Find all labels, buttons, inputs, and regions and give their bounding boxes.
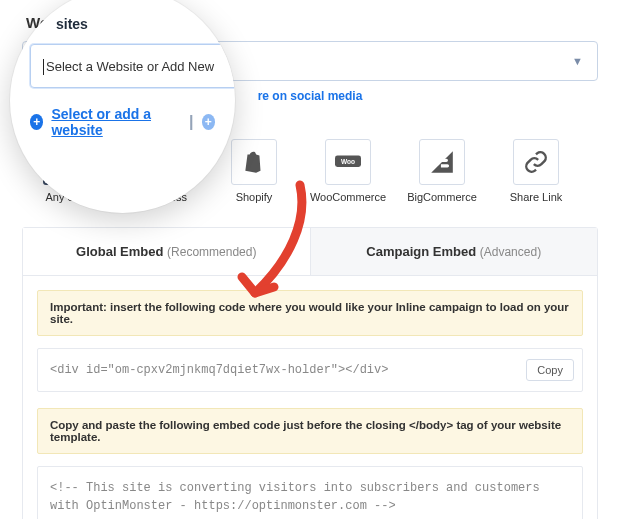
platform-bigcommerce[interactable]: BigCommerce — [404, 139, 480, 203]
code-text: <!-- This site is converting visitors in… — [50, 481, 540, 513]
platform-label: Share Link — [510, 191, 563, 203]
tab-sublabel: (Advanced) — [480, 245, 541, 259]
tab-label: Global Embed — [76, 244, 163, 259]
platform-label: Shopify — [236, 191, 273, 203]
copy-button[interactable]: Copy — [526, 359, 574, 381]
code-block-script: <!-- This site is converting visitors in… — [37, 466, 583, 519]
shopify-icon — [231, 139, 277, 185]
platform-shopify[interactable]: Shopify — [216, 139, 292, 203]
platform-woocommerce[interactable]: Woo WooCommerce — [310, 139, 386, 203]
select-or-add-website-link[interactable]: Select or add a website — [51, 106, 181, 138]
bigcommerce-icon — [419, 139, 465, 185]
platform-label: BigCommerce — [407, 191, 477, 203]
select-placeholder: Select a Website or Add New — [46, 59, 214, 74]
platform-share-link[interactable]: Share Link — [498, 139, 574, 203]
website-select-input[interactable]: Select a Website or Add New — [30, 44, 235, 88]
plus-circle-icon: + — [30, 114, 43, 130]
platform-label: WooCommerce — [310, 191, 386, 203]
link-icon — [513, 139, 559, 185]
chevron-down-icon: ▼ — [572, 55, 583, 67]
warning-body: Copy and paste the following embed code … — [37, 408, 583, 454]
embed-body: Important: insert the following code whe… — [23, 276, 597, 519]
embed-section: Global Embed (Recommended) Campaign Embe… — [22, 227, 598, 519]
tab-campaign-embed[interactable]: Campaign Embed (Advanced) — [310, 228, 598, 276]
embed-tabs: Global Embed (Recommended) Campaign Embe… — [23, 228, 597, 276]
warning-inline: Important: insert the following code whe… — [37, 290, 583, 336]
svg-text:Woo: Woo — [341, 158, 355, 165]
text-cursor — [43, 59, 44, 75]
tab-sublabel: (Recommended) — [167, 245, 256, 259]
code-text: <div id="om-cpxv2mjnkmq7dqiet7wx-holder"… — [50, 363, 388, 377]
tab-global-embed[interactable]: Global Embed (Recommended) — [23, 228, 310, 276]
lens-section-title: sites — [56, 16, 215, 32]
code-block-holder: <div id="om-cpxv2mjnkmq7dqiet7wx-holder"… — [37, 348, 583, 392]
woocommerce-icon: Woo — [325, 139, 371, 185]
tab-label: Campaign Embed — [366, 244, 476, 259]
add-website-row: + Select or add a website | + — [30, 106, 215, 138]
separator: | — [189, 113, 193, 131]
plus-circle-icon: + — [202, 114, 215, 130]
